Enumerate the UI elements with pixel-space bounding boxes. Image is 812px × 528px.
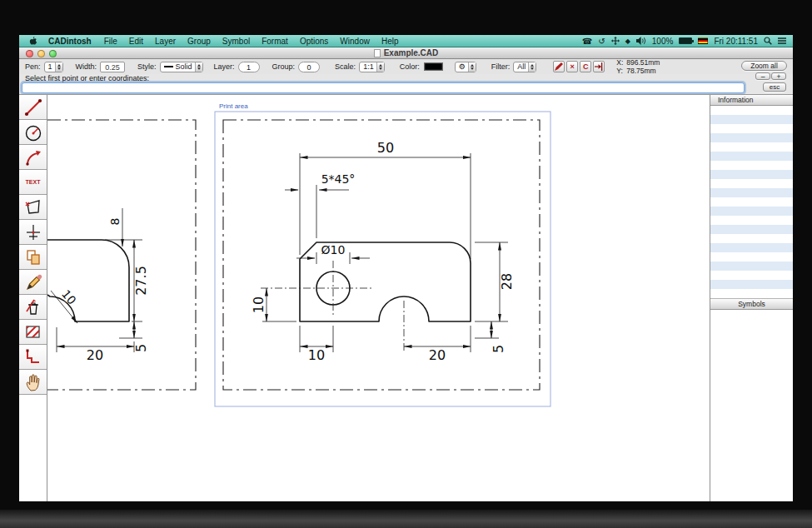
information-panel-header: Information xyxy=(710,95,793,106)
prompt-message: Select first point or enter coordinates: xyxy=(25,74,149,82)
battery-icon[interactable] xyxy=(679,37,692,44)
zoom-out-button[interactable]: – xyxy=(755,72,770,80)
circle-tool-button[interactable] xyxy=(19,120,47,145)
circle-icon xyxy=(22,122,44,143)
tool-palette: TEXT xyxy=(19,95,47,501)
color-label: Color: xyxy=(400,62,420,71)
zoom-in-button[interactable]: + xyxy=(771,72,786,80)
layer-field[interactable]: 1 xyxy=(238,62,260,72)
scale-label: Scale: xyxy=(335,62,356,71)
trash-icon xyxy=(22,296,44,318)
snap-mode-button[interactable] xyxy=(593,61,605,72)
corner-tool-button[interactable] xyxy=(19,345,47,370)
menu-group[interactable]: Group xyxy=(182,35,217,47)
arc-tool-button[interactable] xyxy=(19,145,47,170)
move-icon[interactable] xyxy=(611,37,620,45)
dim-left-offset5: 5 xyxy=(133,344,149,352)
time-machine-icon[interactable]: ↺ xyxy=(598,35,605,47)
width-field[interactable]: 0.25 xyxy=(100,62,125,72)
edit-tool-button[interactable] xyxy=(19,270,47,295)
information-panel[interactable] xyxy=(710,106,793,299)
line-tool-button[interactable] xyxy=(19,95,47,120)
monitor-screen: CADintosh File Edit Layer Group Symbol F… xyxy=(19,35,793,501)
style-dropdown[interactable]: Solid xyxy=(160,62,203,72)
toolbar: Pen: 1 Width: 0.25 Style: Solid Layer: 1… xyxy=(19,59,793,74)
window-title: Example.CAD xyxy=(19,47,793,59)
color-well[interactable] xyxy=(424,62,443,71)
stepper-arrows-icon xyxy=(195,62,202,72)
polygon-tool-button[interactable] xyxy=(19,195,47,220)
settings-dropdown[interactable]: ⚙ xyxy=(455,62,476,72)
group-label: Group: xyxy=(272,62,296,71)
copy-mode-button[interactable]: C xyxy=(580,61,591,72)
print-area-label: Print area xyxy=(219,102,248,110)
symbols-panel-header: Symbols xyxy=(710,299,793,310)
menu-file[interactable]: File xyxy=(98,35,123,47)
pen-mode-button[interactable] xyxy=(553,61,565,72)
text-tool-button[interactable]: TEXT xyxy=(19,170,47,195)
phone-icon[interactable]: ☎ xyxy=(582,35,592,47)
filter-label: Filter: xyxy=(491,62,511,71)
arrow-bar-icon xyxy=(595,62,603,71)
german-flag-icon[interactable] xyxy=(698,37,708,44)
delete-tool-button[interactable] xyxy=(19,295,47,320)
zoom-all-button[interactable]: Zoom all xyxy=(741,61,787,71)
menu-app-name[interactable]: CADintosh xyxy=(42,35,98,47)
window-titlebar[interactable]: Example.CAD xyxy=(19,47,793,59)
left-part-drawing: 27.5 8 10 20 5 xyxy=(47,208,149,363)
dim-side10: 10 xyxy=(251,296,267,313)
apple-icon xyxy=(29,37,37,46)
command-input[interactable] xyxy=(22,82,745,93)
volume-icon[interactable] xyxy=(636,37,646,45)
x-value: 896.51mm xyxy=(626,59,665,67)
line-icon xyxy=(22,97,44,118)
point-tool-button[interactable] xyxy=(19,220,47,245)
corner-icon xyxy=(22,346,44,368)
esc-button[interactable]: esc xyxy=(763,82,786,92)
left-sheet-frame xyxy=(47,120,196,390)
dim-height28: 28 xyxy=(499,273,515,290)
menu-format[interactable]: Format xyxy=(256,35,294,47)
menu-options[interactable]: Options xyxy=(294,35,334,47)
hatch-icon xyxy=(22,321,44,343)
menu-help[interactable]: Help xyxy=(376,35,405,47)
pen-label: Pen: xyxy=(25,62,41,71)
hatch-tool-button[interactable] xyxy=(19,320,47,345)
canvas: Print area 27.5 8 10 20 5 xyxy=(47,95,710,501)
arc-icon xyxy=(22,147,44,168)
y-label: Y: xyxy=(616,67,626,75)
y-value: 78.75mm xyxy=(626,67,665,75)
group-field[interactable]: 0 xyxy=(298,62,320,72)
pen-dropdown[interactable]: 1 xyxy=(44,62,63,72)
stepper-arrows-icon xyxy=(55,62,62,72)
menu-symbol[interactable]: Symbol xyxy=(217,35,256,47)
dim-bottom20: 20 xyxy=(429,347,446,363)
text-icon: TEXT xyxy=(26,179,41,185)
line-style-swatch xyxy=(164,66,173,67)
apple-menu[interactable] xyxy=(24,37,42,46)
menu-layer[interactable]: Layer xyxy=(149,35,182,47)
dim-left-height: 27.5 xyxy=(133,266,149,296)
battery-percent[interactable]: 100% xyxy=(652,37,674,46)
pen-icon xyxy=(555,62,563,71)
x-label: X: xyxy=(616,59,626,67)
copy-tool-button[interactable] xyxy=(19,245,47,270)
menubar-clock[interactable]: Fri 20:11:51 xyxy=(714,37,758,46)
document-icon xyxy=(374,49,381,57)
dim-bottom10: 10 xyxy=(308,347,325,363)
menu-edit[interactable]: Edit xyxy=(123,35,149,47)
coordinate-readout: X: 896.51mm Y: 78.75mm xyxy=(616,59,665,75)
monitor-bezel xyxy=(0,510,812,528)
filter-dropdown[interactable]: All xyxy=(513,62,536,72)
delete-mode-button[interactable]: × xyxy=(566,61,578,72)
menu-list-icon[interactable] xyxy=(778,37,786,45)
menu-window[interactable]: Window xyxy=(334,35,376,47)
spotlight-icon[interactable] xyxy=(764,37,772,45)
drawing-canvas[interactable]: Print area 27.5 8 10 20 5 xyxy=(47,95,710,501)
display-icon[interactable]: ◆ xyxy=(625,35,630,47)
symbols-panel[interactable] xyxy=(710,310,793,501)
pencil-icon xyxy=(22,271,44,293)
scale-dropdown[interactable]: 1:1 xyxy=(359,62,385,72)
layer-label: Layer: xyxy=(214,62,235,71)
pan-tool-button[interactable] xyxy=(19,370,47,395)
